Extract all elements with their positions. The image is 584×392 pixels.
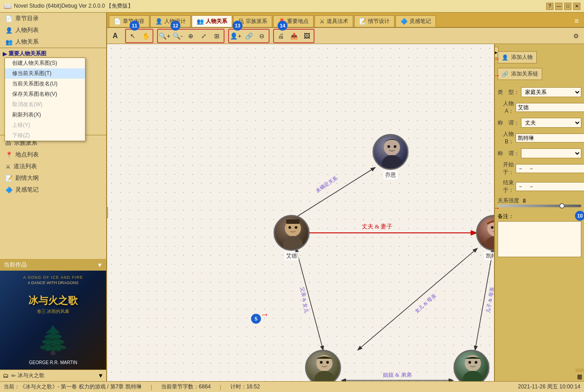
sidebar-item-spells[interactable]: ⚔ 道法列表 [0,160,106,172]
work-arrow-down-icon[interactable]: ▼ [98,372,103,379]
remove-link-button[interactable]: ⊖ [256,30,268,42]
strength-label-row: 关系强度 8 [498,197,581,205]
prop-spacer-1 [498,83,581,85]
ned-name: 艾德 [284,252,299,260]
cm-edit[interactable]: 修当前关系图(T) [5,68,85,79]
type-row: 类 型： 家庭关系 [498,87,581,97]
expand-arrow-button[interactable]: ▶ [107,207,108,218]
toolbar: A 11 ↖ ✋ 12 🔍+ 🔍- ⊕ ⤢ ⊞ [107,28,584,44]
sidebar-relations-label: 人物关系 [15,38,39,46]
tab-menu-button[interactable]: ≡ [571,15,582,27]
cm-save-name[interactable]: 保存关系图名称(V) [5,89,85,99]
person-a-label: 人物A： [498,100,514,115]
svg-point-13 [491,226,494,229]
person-b-label: 人物B： [498,130,514,146]
print-button[interactable]: 🖨 [274,30,287,42]
relations-svg: 丈夫 & 妻子 未确定关系 父亲 & 女儿 儿子 & 母亲 女儿 & 母亲 [107,44,494,381]
zoom-out-button[interactable]: 🔍- [171,30,184,42]
add-node-button[interactable]: 👤+ [229,30,242,42]
char-node-bran[interactable]: 布兰 [454,350,490,381]
cm-create[interactable]: 创建人物关系图(S) [5,58,85,68]
slider-handle [559,203,565,209]
tab-plot[interactable]: 📝 情节设计 [354,15,395,27]
places-label: 地点列表 [15,151,39,159]
hand-tool-button[interactable]: ✋ [139,30,152,42]
sidebar-item-relations[interactable]: 👥 人物关系 [0,36,106,48]
person-b-input[interactable] [516,134,584,143]
person-b-row: 人物B： [498,130,581,146]
red-arrow-3: → [494,55,500,63]
title-b-select[interactable] [521,148,581,158]
title-a-select[interactable]: 丈夫 [521,118,581,128]
char-node-catelyn[interactable]: 凯特琳 [476,215,494,260]
add-relation-button[interactable]: 🔗 添加关系链 [498,68,542,80]
tab-chapter-content[interactable]: 📄 章节内容 [109,15,149,27]
svg-point-8 [288,226,291,229]
canvas-area[interactable]: 丈夫 & 妻子 未确定关系 父亲 & 女儿 儿子 & 母亲 女儿 & 母亲 [107,44,494,381]
svg-line-1 [296,168,375,217]
outline-label: 剧情大纲 [15,174,39,182]
grid-button[interactable]: ⊞ [211,30,223,42]
zoom-in-button[interactable]: 🔍+ [158,30,171,42]
tab-spells[interactable]: ⚔ 道具法术 [314,15,353,27]
svg-line-2 [296,249,323,350]
settings-button[interactable]: ⚙ [570,30,582,42]
tab-spells-icon: ⚔ [319,18,325,25]
char-node-jon[interactable]: 乔恩 [373,134,409,179]
status-wordcount: 当前章节字数：6864 [161,383,211,391]
tab-inspiration[interactable]: 🔷 灵感笔记 [395,15,436,27]
book-title-en: A SONG OF ICE AND FIRE [23,275,83,280]
add-link-button[interactable]: 🔗 [243,30,255,42]
sidebar-item-outline[interactable]: 📝 剧情大纲 [0,172,106,184]
notes-textarea[interactable] [498,221,581,257]
relation-label-catelyn-bran: 儿子 & 母亲 [485,287,494,313]
zoom-all-button[interactable]: ⤢ [198,30,210,42]
person-a-input[interactable] [516,103,584,112]
current-work-header: 当前作品 ▼ [0,259,106,271]
minimize-button[interactable]: — [555,3,562,10]
export-button[interactable]: 📤 [288,30,300,42]
sidebar-item-notes[interactable]: 🔷 灵感笔记 [0,184,106,196]
maximize-button[interactable]: □ [564,3,571,10]
title-b-label: 称 谓： [498,150,519,157]
end-input[interactable] [516,182,584,191]
start-input[interactable] [516,164,584,173]
main-layout: 📄 章节目录 👤 人物列表 👥 人物关系 ▶ 重要人物关系图 1 创建人物关系图… [0,13,584,381]
sidebar-item-characters[interactable]: 👤 人物列表 [0,24,106,36]
close-button[interactable]: ✕ [573,3,580,10]
book-volume: 卷三 冰雨的风暴 [37,308,70,315]
svg-point-15 [384,139,400,156]
chapter-icon: 📄 [5,15,13,22]
zoom-fit-button[interactable]: ⊕ [184,30,197,42]
cm-rename[interactable]: 当前关系图改名(U) [5,79,85,89]
toolbar-node-group: 👤+ 🔗 ⊖ [228,29,270,43]
work-dropdown-icon[interactable]: ▼ [97,262,103,268]
char-avatar-bran [454,350,490,381]
help-button[interactable]: ? [546,3,553,10]
sidebar-item-places[interactable]: 📍 地点列表 [0,149,106,160]
text-tool-button[interactable]: A [109,30,121,42]
notes-label: 灵感笔记 [15,186,39,194]
type-select[interactable]: 家庭关系 [521,87,581,97]
strength-value: 8 [523,198,526,204]
add-char-button[interactable]: 👤 添加人物 [498,51,537,63]
window-controls[interactable]: ? — □ ✕ [546,3,580,10]
char-node-arya[interactable]: 雅菜 [305,350,341,381]
strength-slider[interactable] [498,205,581,207]
image-button[interactable]: 🖼 [301,30,313,42]
cm-move-up: 上移(Y) [5,120,85,130]
sidebar-item-chapters[interactable]: 📄 章节目录 [0,13,106,24]
tab-inspiration-label: 灵感笔记 [409,18,431,25]
char-node-ned[interactable]: 艾德 [274,215,310,260]
cursor-tool-button[interactable]: ↖ [126,30,139,42]
tab-plot-label: 情节设计 [368,18,390,25]
cm-refresh[interactable]: 刷新列表(X) [5,110,85,120]
tab-inspiration-icon: 🔷 [400,18,408,25]
tab-relations[interactable]: 👥 人物关系 [192,15,232,27]
relation-label-ned-arya: 父亲 & 女儿 [300,287,310,313]
number-badge-10: 10 [575,211,584,221]
red-arrow-5: → [260,309,269,320]
layers-icon: 🗂 [3,372,9,379]
vertical-text: 图形缩放状态栏 [575,369,584,372]
work-selector[interactable]: 🗂 ✏ 冰与火之歌 ▼ [0,370,106,381]
